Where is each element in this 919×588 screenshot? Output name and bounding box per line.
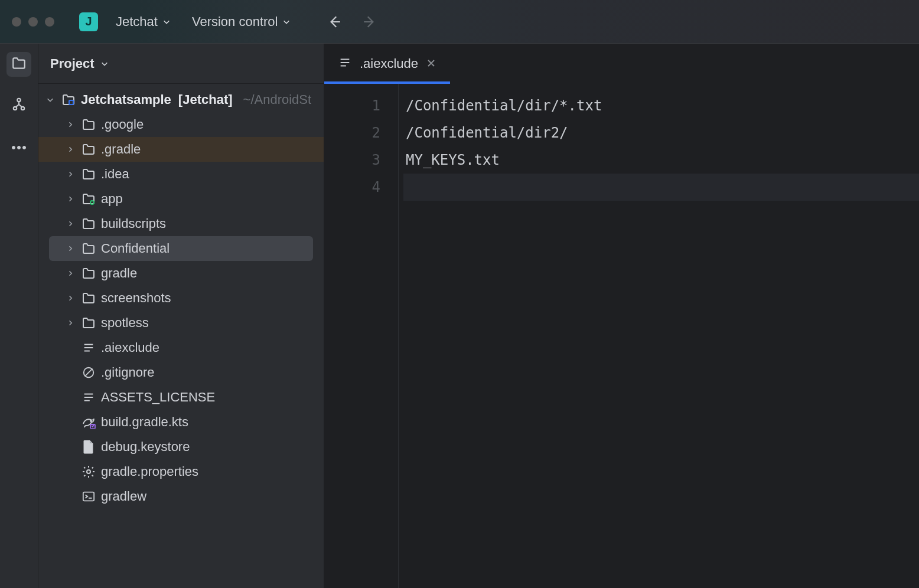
tree-item[interactable]: .gitignore — [38, 360, 324, 385]
chevron-right-icon — [64, 319, 76, 326]
tree-item-label: debug.keystore — [101, 439, 190, 455]
line-number: 4 — [324, 174, 380, 201]
project-selector[interactable]: Jetchat — [109, 11, 178, 33]
root-path: ~/AndroidSt — [243, 92, 312, 107]
editor-body[interactable]: 1234 /Confidential/dir/*.txt/Confidentia… — [324, 84, 919, 588]
file-type-icon — [81, 390, 96, 405]
svg-point-0 — [17, 99, 20, 102]
code-line[interactable]: /Confidential/dir2/ — [403, 119, 919, 146]
root-tag: [Jetchat] — [178, 92, 233, 107]
close-window-button[interactable] — [12, 17, 21, 27]
code-content[interactable]: /Confidential/dir/*.txt/Confidential/dir… — [399, 84, 919, 588]
file-type-icon — [81, 315, 96, 331]
tree-item[interactable]: .idea — [38, 162, 324, 187]
editor-tabs: .aiexclude — [324, 44, 919, 84]
code-line[interactable]: /Confidential/dir/*.txt — [403, 92, 919, 119]
chevron-right-icon — [64, 195, 76, 202]
tree-item-label: .google — [101, 117, 144, 132]
structure-icon — [11, 97, 27, 115]
tree-item[interactable]: gradle.properties — [38, 459, 324, 484]
module-folder-icon — [61, 92, 76, 107]
tree-item-label: app — [101, 191, 123, 207]
tree-item[interactable]: .gradle — [38, 137, 324, 162]
project-name: Jetchat — [116, 14, 158, 30]
chevron-right-icon — [64, 245, 76, 252]
folder-icon — [11, 56, 27, 73]
line-number: 2 — [324, 119, 380, 146]
window-controls — [12, 17, 54, 27]
minimize-window-button[interactable] — [28, 17, 38, 27]
chevron-down-icon — [100, 60, 109, 68]
line-number-gutter: 1234 — [324, 84, 399, 588]
left-tool-rail — [0, 44, 38, 588]
chevron-right-icon — [64, 146, 76, 153]
file-type-icon — [81, 464, 96, 479]
project-panel: Project Jetchatsample [Jetchat] ~/Androi… — [38, 44, 324, 588]
code-line[interactable]: MY_KEYS.txt — [403, 146, 919, 174]
tree-item-label: .aiexclude — [101, 340, 159, 355]
file-type-icon — [81, 414, 96, 430]
project-icon-letter: J — [85, 15, 92, 28]
text-file-icon — [338, 56, 351, 71]
svg-point-9 — [90, 420, 92, 422]
chevron-right-icon — [64, 220, 76, 227]
tree-item[interactable]: build.gradle.kts — [38, 410, 324, 435]
line-number: 3 — [324, 146, 380, 174]
chevron-down-icon — [282, 18, 291, 26]
tree-item-label: ASSETS_LICENSE — [101, 390, 215, 405]
zoom-window-button[interactable] — [45, 17, 54, 27]
editor-tab-aiexclude[interactable]: .aiexclude — [324, 44, 450, 84]
tree-item-label: .gradle — [101, 142, 141, 157]
tree-item[interactable]: gradle — [38, 261, 324, 286]
tree-item-label: buildscripts — [101, 216, 166, 231]
svg-point-3 — [12, 146, 15, 149]
chevron-down-icon — [162, 18, 171, 26]
tree-item[interactable]: buildscripts — [38, 211, 324, 236]
project-icon: J — [79, 12, 98, 31]
tree-item[interactable]: .google — [38, 112, 324, 137]
tree-item[interactable]: gradlew — [38, 484, 324, 509]
file-type-icon — [81, 142, 96, 157]
tree-item-label: Confidential — [101, 241, 170, 256]
tree-item[interactable]: debug.keystore — [38, 435, 324, 459]
file-type-icon — [81, 365, 96, 380]
tree-item-label: .idea — [101, 166, 129, 182]
svg-point-4 — [18, 146, 21, 149]
structure-tool-button[interactable] — [6, 93, 31, 118]
tree-item-label: gradle — [101, 266, 137, 281]
tree-item[interactable]: ASSETS_LICENSE — [38, 385, 324, 410]
tree-item[interactable]: app — [38, 187, 324, 211]
project-tool-button[interactable] — [6, 52, 31, 77]
svg-point-11 — [87, 470, 90, 473]
version-control-menu[interactable]: Version control — [185, 11, 298, 33]
chevron-right-icon — [64, 171, 76, 178]
file-type-icon — [81, 117, 96, 132]
tab-label: .aiexclude — [360, 56, 418, 71]
file-type-icon — [81, 439, 96, 455]
tree-item-label: build.gradle.kts — [101, 414, 188, 430]
code-line[interactable] — [403, 174, 919, 201]
close-tab-button[interactable] — [426, 58, 436, 70]
nav-forward-button[interactable] — [358, 10, 382, 34]
file-type-icon — [81, 191, 96, 207]
tree-root-row[interactable]: Jetchatsample [Jetchat] ~/AndroidSt — [38, 87, 324, 112]
project-tree[interactable]: Jetchatsample [Jetchat] ~/AndroidSt .goo… — [38, 84, 324, 509]
root-name: Jetchatsample — [81, 92, 171, 107]
line-number: 1 — [324, 92, 380, 119]
tree-item[interactable]: screenshots — [38, 286, 324, 311]
tree-item-label: screenshots — [101, 290, 171, 306]
more-tools-button[interactable] — [6, 135, 31, 159]
file-type-icon — [81, 166, 96, 182]
chevron-right-icon — [64, 121, 76, 128]
project-panel-header[interactable]: Project — [38, 44, 324, 84]
file-type-icon — [81, 216, 96, 231]
ellipsis-icon — [11, 142, 27, 152]
nav-back-button[interactable] — [322, 10, 346, 34]
file-type-icon — [81, 241, 96, 256]
nav-arrows — [322, 10, 382, 34]
tree-item[interactable]: .aiexclude — [38, 335, 324, 360]
tree-item[interactable]: spotless — [38, 311, 324, 335]
chevron-right-icon — [64, 270, 76, 277]
tree-item-label: gradle.properties — [101, 464, 198, 479]
tree-item[interactable]: Confidential — [49, 236, 313, 261]
